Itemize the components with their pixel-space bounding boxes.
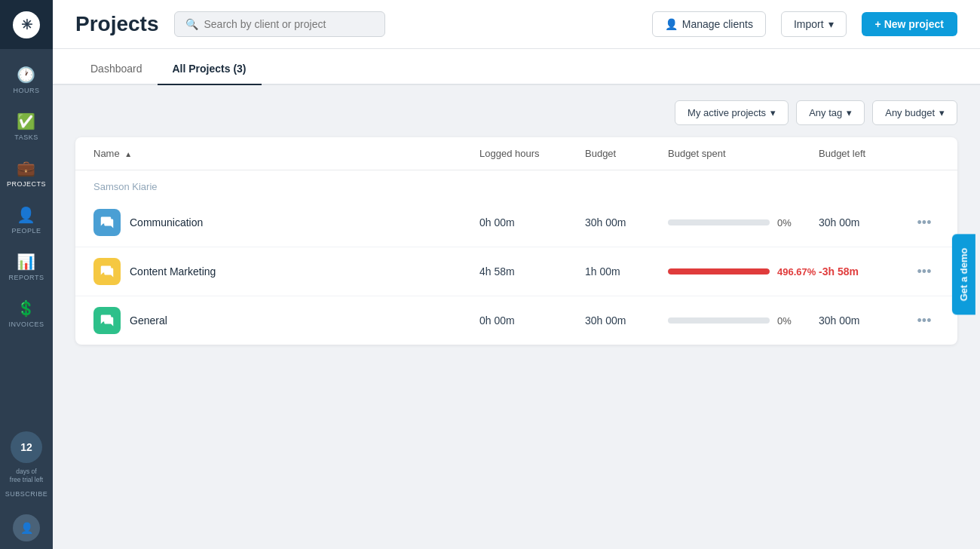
client-group-header: Samson Kiarie: [75, 170, 957, 198]
sort-asc-icon: ▲: [124, 150, 132, 158]
filters-bar: My active projects ▾ Any tag ▾ Any budge…: [75, 100, 957, 125]
project-name-cell: Communication: [93, 209, 479, 236]
trial-text: days of free trial left: [7, 468, 46, 484]
user-avatar[interactable]: 👤: [13, 514, 40, 541]
project-icon-communication: [93, 209, 121, 236]
projects-icon: 💼: [17, 159, 36, 177]
new-project-button[interactable]: + New project: [862, 12, 957, 36]
invoices-icon: 💲: [17, 299, 36, 317]
sidebar-nav: 🕐 HouRS ✅ Tasks 💼 Projects 👤 People 📊 Re…: [0, 49, 53, 425]
manage-clients-button[interactable]: 👤 Manage clients: [652, 11, 766, 37]
table-row: Communication 0h 00m 30h 00m 0% 30h 00m …: [75, 198, 957, 247]
budget-pct: 0%: [777, 217, 819, 228]
project-icon-content-marketing: [93, 258, 121, 285]
main-content: Projects 🔍 👤 Manage clients Import ▾ + N…: [53, 0, 980, 549]
import-button[interactable]: Import ▾: [781, 11, 847, 37]
invoices-label: Invoices: [8, 321, 44, 328]
progress-bar: [668, 219, 770, 225]
row-more-button[interactable]: •••: [909, 311, 939, 330]
clock-icon: 🕐: [17, 66, 36, 84]
progress-bar: [668, 317, 770, 324]
chevron-down-icon: ▾: [770, 107, 776, 118]
logged-hours: 0h 00m: [479, 314, 585, 327]
tabs-bar: Dashboard All Projects (3): [53, 49, 980, 85]
trial-badge: 12: [11, 431, 42, 463]
budget-left: 30h 00m: [819, 216, 909, 228]
budget-spent-cell: 0%: [668, 315, 819, 327]
budget-spent-cell: 496.67%: [668, 266, 819, 278]
tab-all-projects[interactable]: All Projects (3): [158, 54, 262, 85]
budget-value: 1h 00m: [585, 265, 668, 278]
chevron-down-icon: ▾: [939, 107, 945, 118]
any-budget-filter[interactable]: Any budget ▾: [872, 100, 957, 125]
person-icon: 👤: [665, 18, 678, 30]
row-more-button[interactable]: •••: [909, 262, 939, 281]
search-input[interactable]: [204, 18, 374, 30]
col-logged[interactable]: Logged hours: [479, 148, 585, 159]
sidebar-item-reports[interactable]: 📊 Reports: [0, 244, 53, 290]
projects-table: Name ▲ Logged hours Budget Budget spent …: [75, 137, 957, 345]
tasks-icon: ✅: [17, 112, 36, 130]
people-label: People: [11, 227, 41, 235]
col-budget-spent[interactable]: Budget spent: [668, 148, 819, 159]
budget-value: 30h 00m: [585, 216, 668, 228]
reports-icon: 📊: [17, 253, 36, 271]
col-budget-left[interactable]: Budget left: [819, 148, 909, 159]
search-bar[interactable]: 🔍: [174, 11, 385, 37]
hours-label: HouRS: [13, 87, 39, 94]
content-area: My active projects ▾ Any tag ▾ Any budge…: [53, 85, 980, 549]
budget-spent-cell: 0%: [668, 217, 819, 228]
project-name-cell: General: [93, 307, 479, 334]
table-header-row: Name ▲ Logged hours Budget Budget spent …: [75, 137, 957, 170]
budget-left: 30h 00m: [819, 314, 909, 327]
project-icon-general: [93, 307, 121, 334]
sidebar-item-hours[interactable]: 🕐 HouRS: [0, 57, 53, 103]
sidebar-bottom: 12 days of free trial left SUBSCRIBE 👤: [0, 425, 53, 549]
progress-fill-over: [668, 268, 770, 274]
chevron-down-icon: ▾: [847, 107, 852, 118]
project-name: Content Marketing: [130, 265, 216, 278]
sidebar-item-projects[interactable]: 💼 Projects: [0, 150, 53, 197]
app-logo-icon: ✳: [13, 11, 40, 38]
budget-value: 30h 00m: [585, 314, 668, 327]
row-more-button[interactable]: •••: [909, 213, 939, 232]
tab-dashboard[interactable]: Dashboard: [75, 54, 158, 85]
any-tag-filter[interactable]: Any tag ▾: [796, 100, 865, 125]
page-header: Projects 🔍 👤 Manage clients Import ▾ + N…: [53, 0, 980, 49]
subscribe-link[interactable]: SUBSCRIBE: [5, 486, 48, 502]
budget-pct: 0%: [777, 315, 819, 327]
sidebar-item-people[interactable]: 👤 People: [0, 197, 53, 244]
table-row: General 0h 00m 30h 00m 0% 30h 00m •••: [75, 296, 957, 345]
project-name: General: [130, 314, 167, 327]
project-name: Communication: [130, 216, 203, 228]
col-name[interactable]: Name ▲: [93, 148, 479, 159]
budget-pct-over: 496.67%: [777, 266, 819, 278]
sidebar-item-invoices[interactable]: 💲 Invoices: [0, 290, 53, 337]
tasks-label: Tasks: [14, 133, 38, 141]
chevron-down-icon: ▾: [828, 18, 834, 30]
progress-bar: [668, 268, 770, 274]
search-icon: 🔍: [185, 18, 198, 30]
sidebar-logo[interactable]: ✳: [0, 0, 53, 49]
logged-hours: 4h 58m: [479, 265, 585, 278]
active-projects-filter[interactable]: My active projects ▾: [675, 100, 789, 125]
page-title: Projects: [75, 12, 159, 36]
get-demo-button[interactable]: Get a demo: [952, 235, 975, 315]
logged-hours: 0h 00m: [479, 216, 585, 228]
reports-label: Reports: [9, 274, 44, 281]
sidebar: ✳ 🕐 HouRS ✅ Tasks 💼 Projects 👤 People 📊 …: [0, 0, 53, 549]
projects-label: Projects: [7, 180, 46, 188]
col-budget[interactable]: Budget: [585, 148, 668, 159]
budget-left-negative: -3h 58m: [819, 265, 909, 278]
trial-days: 12: [20, 442, 32, 452]
people-icon: 👤: [17, 206, 36, 224]
sidebar-item-tasks[interactable]: ✅ Tasks: [0, 103, 53, 150]
project-name-cell: Content Marketing: [93, 258, 479, 285]
table-row: Content Marketing 4h 58m 1h 00m 496.67% …: [75, 247, 957, 296]
